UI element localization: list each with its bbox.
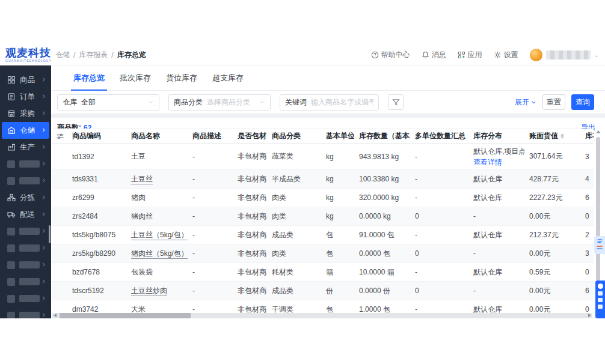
col-header-dist: 库存分布 — [468, 129, 524, 144]
expand-button[interactable]: 展开 — [515, 97, 536, 108]
category-select-placeholder: 选择商品分类 — [207, 97, 250, 108]
brand-logo[interactable]: 观麦科技 GUANMAITECHNOLOGY — [0, 47, 53, 62]
cell-dist: - — [468, 282, 524, 300]
avatar[interactable] — [530, 49, 542, 61]
breadcrumb-link[interactable]: 仓储 — [55, 50, 70, 60]
user-menu[interactable]: ⌄ — [530, 49, 599, 61]
sidebar-item-production[interactable]: 生产 — [2, 139, 49, 156]
blurred-icon — [7, 228, 15, 235]
keyword-input[interactable]: 关键词 输入商品名字或编号搜索 — [280, 94, 379, 111]
search-button[interactable]: 查询 — [571, 94, 594, 110]
cell-multi: 0 — [410, 282, 468, 300]
cell-value: 428.77元 — [524, 170, 580, 189]
screen: 观麦科技 GUANMAITECHNOLOGY 仓储/库存报表/库存总览 帮助中心… — [0, 0, 605, 364]
sidebar-item-blurred-3[interactable] — [2, 223, 49, 240]
apps-menu-item[interactable]: 应用 — [458, 50, 482, 60]
service-logo-icon — [598, 284, 603, 289]
sidebar-item-warehouse[interactable]: 仓储 — [2, 122, 49, 139]
sidebar-item-purchase[interactable]: 采购 — [2, 105, 49, 122]
goods-icon — [7, 76, 16, 84]
sidebar-item-blurred-6[interactable] — [2, 273, 49, 290]
blurred-icon — [7, 295, 15, 303]
bell-icon — [422, 51, 429, 59]
column-settings-icon[interactable] — [56, 132, 65, 141]
chevron-right-icon — [41, 111, 46, 116]
col-header-value[interactable]: 账面货值 — [524, 129, 580, 144]
gear-menu-item[interactable]: 设置 — [494, 50, 518, 60]
sidebar-item-sorting[interactable]: 分拣 — [2, 189, 49, 206]
survey-widget[interactable] — [594, 236, 605, 254]
sidebar-item-blurred-7[interactable] — [2, 290, 49, 307]
top-bar: 观麦科技 GUANMAITECHNOLOGY 仓储/库存报表/库存总览 帮助中心… — [0, 45, 605, 65]
keyword-input-placeholder: 输入商品名字或编号搜索 — [311, 97, 373, 108]
table-row: td1392土豆-非包材商品蔬菜类kg943.9813 kg-默认仓库,项目点仓… — [52, 144, 594, 170]
reset-button[interactable]: 重置 — [542, 94, 565, 110]
product-name[interactable]: 猪肉丝（5kg/包） — [131, 249, 188, 259]
sidebar-item-blurred-4[interactable] — [2, 240, 49, 256]
scroll-left-arrow-icon[interactable] — [54, 314, 57, 317]
user-menu-caret-icon[interactable]: ⌄ — [594, 52, 599, 58]
scroll-up-arrow-icon[interactable] — [596, 130, 601, 133]
horizontal-scrollbar[interactable] — [52, 313, 592, 318]
cell-packaging: 非包材商品 — [233, 244, 267, 263]
cell-packaging: 非包材商品 — [233, 144, 267, 170]
sidebar-scrollbar-thumb[interactable] — [49, 225, 51, 243]
sidebar-item-blurred-2[interactable] — [2, 172, 49, 189]
sidebar-item-blurred-8[interactable] — [2, 307, 49, 318]
bell-menu-item[interactable]: 消息 — [422, 50, 446, 60]
inventory-table: 商品编码商品名称商品描述是否包材商品分类基本单位库存数量（基本单位）多单位数量汇… — [52, 129, 594, 313]
sidebar-item-goods[interactable]: 商品 — [2, 71, 49, 88]
cell-qty: 0.0000 kg — [354, 207, 410, 226]
cell-packaging: 非包材商品 — [233, 263, 267, 282]
product-name: 猪肉丝 — [131, 212, 153, 220]
cell-unit: kg — [321, 189, 354, 207]
sidebar-item-orders[interactable]: 订单 — [2, 88, 49, 105]
tab-item[interactable]: 货位库存 — [164, 73, 200, 90]
sidebar-item-blurred-5[interactable] — [2, 256, 49, 273]
tab-item[interactable]: 超支库存 — [210, 73, 246, 90]
category-select[interactable]: 商品分类 选择商品分类 — [168, 94, 271, 111]
chevron-down-icon — [531, 100, 536, 105]
chevron-right-icon — [41, 144, 46, 150]
customer-service-widget[interactable] — [595, 281, 605, 318]
product-name[interactable]: 土豆丝 — [131, 175, 153, 184]
cell-category: 半成品类 — [267, 170, 321, 189]
cell-settings — [52, 226, 67, 244]
chevron-down-icon — [259, 99, 265, 105]
table-row: bzd7678包装袋-非包材商品耗材类箱10.0000 箱-默认仓库0.59元0 — [52, 263, 594, 282]
cell-qty: 1.0000 包 — [354, 300, 410, 314]
cell-settings — [52, 189, 67, 207]
product-name: 土豆 — [131, 152, 146, 160]
scroll-right-arrow-icon[interactable] — [588, 314, 591, 317]
cell-value: 3071.64元 — [524, 144, 580, 170]
filter-actions: 展开 重置 查询 — [515, 94, 605, 110]
cell-settings — [52, 207, 67, 226]
cell-multi: - — [410, 263, 468, 282]
col-header-settings[interactable] — [52, 129, 67, 144]
warehouse-select[interactable]: 仓库 全部 — [57, 94, 159, 111]
cell-multi: - — [410, 144, 468, 170]
col-header-multi: 多单位数量汇总 — [410, 129, 468, 144]
vertical-scrollbar-thumb[interactable] — [596, 137, 600, 281]
tab-item-active[interactable]: 库存总览 — [71, 73, 107, 91]
tab-item[interactable]: 批次库存 — [117, 73, 153, 90]
warehouse-icon — [7, 126, 16, 135]
sidebar-item-blurred-1[interactable] — [2, 156, 49, 172]
sorting-icon — [7, 193, 16, 202]
sort-icon[interactable] — [560, 133, 564, 139]
sidebar-item-delivery[interactable]: 配送 — [2, 206, 49, 223]
advanced-filter-button[interactable] — [388, 94, 404, 110]
product-name[interactable]: 土豆丝炒肉 — [131, 287, 167, 296]
cell-category: 干调类 — [267, 300, 321, 314]
cell-qty: 100.3380 kg — [354, 170, 410, 189]
cell-settings — [52, 170, 67, 189]
help-menu-item[interactable]: 帮助中心 — [371, 50, 410, 60]
cell-name: 土豆 — [126, 144, 188, 170]
chevron-right-icon — [41, 262, 46, 267]
product-name[interactable]: 土豆丝（5kg/包） — [131, 231, 188, 240]
cell-value: 2227.23元 — [524, 189, 580, 207]
horizontal-scrollbar-thumb[interactable] — [60, 313, 191, 318]
view-detail-link[interactable]: 查看详情 — [473, 157, 522, 167]
col-header-qty[interactable]: 库存数量（基本单位） — [354, 129, 410, 144]
breadcrumb-link[interactable]: 库存报表 — [79, 50, 108, 60]
